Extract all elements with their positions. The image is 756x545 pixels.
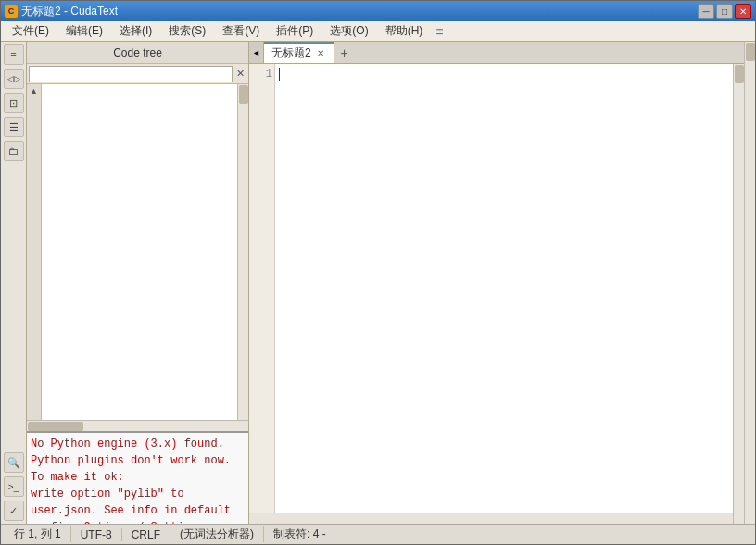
tab-left-arrow[interactable]: ◄ [249,42,264,63]
console-line-1: No Python engine (3.x) found. Python plu… [31,436,245,486]
title-bar: C 无标题2 - CudaText ─ □ ✕ [1,1,755,21]
editor-vscroll[interactable] [733,64,744,524]
menu-search[interactable]: 搜索(S) [161,21,213,41]
menu-help[interactable]: 帮助(H) [378,21,431,41]
left-panel-hscroll[interactable] [27,420,248,431]
status-tabsize: 制表符: 4 - [264,526,335,542]
back-forward-button[interactable]: ◁▷ [4,69,24,89]
left-toolbar: ≡ ◁▷ ⊡ ☰ 🗀 🔍 >_ ✓ [1,42,27,524]
package-button[interactable]: ⊡ [4,93,24,113]
menu-options[interactable]: 选项(O) [322,21,375,41]
menu-edit[interactable]: 编辑(E) [58,21,110,41]
window-title: 无标题2 - CudaText [21,4,118,19]
list-button[interactable]: ☰ [4,117,24,137]
menu-bar: 文件(E) 编辑(E) 选择(I) 搜索(S) 查看(V) 插件(P) 选项(O… [1,21,755,42]
menu-toggle-button[interactable]: ≡ [4,44,24,65]
line-number-1: 1 [251,68,272,81]
middle-row: ≡ ◁▷ ⊡ ☰ 🗀 🔍 >_ ✓ Code tree ✕ [1,42,755,524]
status-eol: CRLF [122,528,170,541]
left-arrow-strip: ▲ [27,84,42,420]
left-panel-vscroll[interactable] [237,84,248,420]
status-bar: 行 1, 列 1 UTF-8 CRLF (无词法分析器) 制表符: 4 - [1,524,755,544]
text-cursor [279,68,280,81]
status-position: 行 1, 列 1 [5,526,71,542]
editor-body: 1 [249,64,733,513]
title-buttons: ─ □ ✕ [698,4,751,19]
tab-bar: ◄ 无标题2 ✕ + [249,42,744,64]
title-bar-left: C 无标题2 - CudaText [5,4,118,19]
tree-search-row: ✕ [27,64,248,84]
left-panel: Code tree ✕ ▲ [27,42,249,524]
tab-label: 无标题2 [271,45,311,61]
left-side-inner: ▲ [27,84,248,420]
menu-view[interactable]: 查看(V) [215,21,267,41]
checkmark-button[interactable]: ✓ [4,501,24,521]
console-section: No Python engine (3.x) found. Python plu… [27,431,248,524]
close-button[interactable]: ✕ [735,4,751,19]
editor-text-area[interactable] [275,64,733,513]
tree-search-input[interactable] [29,66,233,82]
app-window: C 无标题2 - CudaText ─ □ ✕ 文件(E) 编辑(E) 选择(I… [0,0,756,545]
editor-section: ◄ 无标题2 ✕ + 1 [249,42,744,524]
far-right-vscroll[interactable] [744,42,755,524]
tab-add-button[interactable]: + [334,42,355,63]
arrow-strip-up[interactable]: ▲ [30,86,38,95]
search-button[interactable]: 🔍 [4,452,24,473]
app-icon: C [5,5,18,18]
menu-extra[interactable]: ≡ [435,24,443,39]
status-lexer: (无词法分析器) [170,526,264,542]
code-tree-title: Code tree [113,46,162,59]
status-encoding: UTF-8 [71,528,122,541]
tree-close-button[interactable]: ✕ [234,68,246,80]
tree-white-area [42,84,237,420]
tab-untitled2[interactable]: 无标题2 ✕ [264,42,334,63]
code-tree-header: Code tree [27,42,248,64]
terminal-button[interactable]: >_ [4,476,24,497]
folder-button[interactable]: 🗀 [4,141,24,161]
tab-close-button[interactable]: ✕ [315,48,326,58]
editor-main: 1 [249,64,733,524]
console-line-2: write option "pylib" to user.json. See i… [31,486,245,524]
maximize-button[interactable]: □ [716,4,733,19]
editor-hscroll[interactable] [249,513,733,524]
menu-plugins[interactable]: 插件(P) [269,21,321,41]
content-area: ≡ ◁▷ ⊡ ☰ 🗀 🔍 >_ ✓ Code tree ✕ [1,42,755,544]
editor-inner: 1 [249,64,744,524]
minimize-button[interactable]: ─ [698,4,714,19]
menu-file[interactable]: 文件(E) [5,21,57,41]
line-numbers: 1 [249,64,275,513]
menu-select[interactable]: 选择(I) [112,21,159,41]
